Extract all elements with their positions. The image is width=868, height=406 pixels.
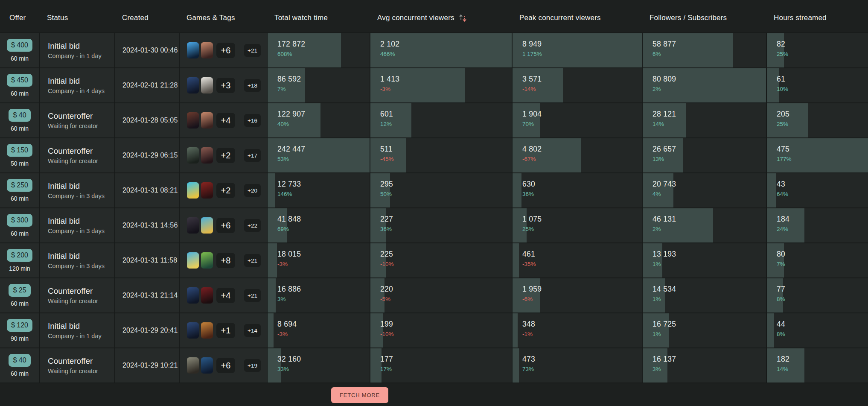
table-row[interactable]: $ 25 60 min Counteroffer Waiting for cre…	[0, 278, 868, 313]
column-header-status[interactable]: Status	[39, 14, 114, 22]
status-label: Counteroffer	[48, 356, 114, 366]
tags-overflow-badge[interactable]: +21	[244, 289, 261, 302]
game-cover-thumbnail[interactable]	[187, 322, 199, 339]
game-cover-thumbnail[interactable]	[201, 287, 213, 304]
game-cover-thumbnail[interactable]	[187, 42, 199, 58]
game-cover-thumbnail[interactable]	[187, 357, 199, 374]
table-row[interactable]: $ 250 60 min Initial bid Company - in 3 …	[0, 173, 868, 208]
game-cover-thumbnail[interactable]	[201, 217, 213, 234]
metric-value: 1 075	[522, 215, 642, 224]
hours-streamed-cell: 82 25%	[766, 33, 868, 67]
table-header: Offer Status Created Games & Tags Total …	[0, 0, 868, 33]
game-cover-thumbnail[interactable]	[201, 252, 213, 269]
created-cell: 2024-01-31 21:14	[114, 278, 179, 313]
metric-value: 348	[522, 320, 642, 329]
tags-overflow-badge[interactable]: +21	[244, 254, 261, 267]
games-overflow-badge[interactable]: +4	[216, 288, 235, 303]
table-row[interactable]: $ 40 60 min Counteroffer Waiting for cre…	[0, 103, 868, 138]
games-overflow-badge[interactable]: +1	[216, 323, 235, 338]
metric-percent: 24%	[777, 226, 868, 232]
table-row[interactable]: $ 450 60 min Initial bid Company - in 4 …	[0, 68, 868, 103]
games-overflow-badge[interactable]: +2	[216, 183, 235, 198]
games-overflow-badge[interactable]: +3	[216, 78, 235, 93]
column-header-avg-concurrent-viewers[interactable]: Avg concurrent viewers	[370, 13, 512, 23]
offer-duration: 50 min	[11, 160, 29, 167]
followers-subscribers-cell: 13 193 1%	[642, 243, 766, 277]
metric-value: 461	[522, 250, 642, 259]
metric-value: 473	[522, 355, 642, 364]
table-row[interactable]: $ 200 120 min Initial bid Company - in 3…	[0, 243, 868, 278]
tags-overflow-badge[interactable]: +22	[244, 219, 261, 232]
metric-percent: -35%	[522, 261, 642, 267]
metric-percent: 608%	[277, 51, 370, 57]
game-cover-thumbnail[interactable]	[201, 182, 213, 199]
game-cover-thumbnail[interactable]	[187, 287, 199, 304]
games-tags-cell: +6 +19	[179, 348, 267, 383]
column-header-total-watch-time[interactable]: Total watch time	[267, 14, 370, 22]
table-row[interactable]: $ 150 50 min Counteroffer Waiting for cr…	[0, 138, 868, 173]
column-header-offer[interactable]: Offer	[0, 14, 39, 22]
column-header-games-tags[interactable]: Games & Tags	[179, 14, 267, 22]
offer-duration: 60 min	[11, 125, 29, 132]
column-header-label: Avg concurrent viewers	[377, 14, 454, 22]
followers-subscribers-cell: 26 657 13%	[642, 138, 766, 172]
sort-desc-icon[interactable]	[458, 13, 467, 23]
metric-value: 43	[777, 180, 868, 189]
avg-concurrent-viewers-cell: 227 36%	[370, 208, 512, 242]
game-cover-thumbnail[interactable]	[187, 217, 199, 234]
metric-percent: 7%	[277, 86, 370, 92]
tags-overflow-badge[interactable]: +18	[244, 79, 261, 92]
tags-overflow-badge[interactable]: +20	[244, 184, 261, 197]
tags-overflow-badge[interactable]: +19	[244, 359, 261, 372]
game-cover-thumbnail[interactable]	[187, 147, 199, 164]
games-overflow-badge[interactable]: +4	[216, 113, 235, 128]
table-row[interactable]: $ 120 90 min Initial bid Company - in 1 …	[0, 313, 868, 348]
column-header-created[interactable]: Created	[114, 14, 179, 22]
games-overflow-badge[interactable]: +2	[216, 148, 235, 163]
games-overflow-badge[interactable]: +6	[216, 358, 235, 373]
fetch-more-button[interactable]: FETCH MORE	[331, 387, 388, 403]
metric-percent: 1%	[652, 331, 766, 337]
game-cover-thumbnail[interactable]	[187, 77, 199, 93]
game-cover-thumbnail[interactable]	[201, 357, 213, 374]
metric-value: 18 015	[277, 250, 370, 259]
metric-percent: 70%	[522, 121, 642, 127]
metric-value: 242 447	[277, 145, 370, 154]
metric-value: 220	[380, 285, 512, 294]
tags-overflow-badge[interactable]: +16	[244, 114, 261, 127]
games-overflow-badge[interactable]: +8	[216, 253, 235, 268]
table-body: $ 400 60 min Initial bid Company - in 1 …	[0, 33, 868, 383]
games-tags-cell: +6 +21	[179, 33, 267, 67]
avg-concurrent-viewers-cell: 1 413 -3%	[370, 68, 512, 102]
game-cover-thumbnail[interactable]	[201, 322, 213, 339]
column-header-peak-concurrent-viewers[interactable]: Peak concurrent viewers	[512, 14, 642, 22]
game-cover-thumbnail[interactable]	[201, 42, 213, 58]
game-cover-thumbnail[interactable]	[187, 112, 199, 129]
table-row[interactable]: $ 400 60 min Initial bid Company - in 1 …	[0, 33, 868, 68]
game-cover-thumbnail[interactable]	[187, 252, 199, 269]
metric-value: 82	[777, 40, 868, 49]
table-row[interactable]: $ 40 60 min Counteroffer Waiting for cre…	[0, 348, 868, 383]
metric-percent: 7%	[777, 261, 868, 267]
column-header-hours-streamed[interactable]: Hours streamed	[766, 14, 868, 22]
games-overflow-badge[interactable]: +6	[216, 43, 235, 58]
offer-price-badge: $ 40	[9, 109, 30, 122]
tags-overflow-badge[interactable]: +17	[244, 149, 261, 162]
followers-subscribers-cell: 46 131 2%	[642, 208, 766, 242]
status-sub-label: Waiting for creator	[48, 368, 114, 374]
games-overflow-badge[interactable]: +6	[216, 218, 235, 233]
metric-value: 1 904	[522, 110, 642, 119]
tags-overflow-badge[interactable]: +14	[244, 324, 261, 337]
metric-value: 182	[777, 355, 868, 364]
column-header-followers-subscribers[interactable]: Followers / Subscribers	[642, 14, 766, 22]
game-cover-thumbnail[interactable]	[201, 112, 213, 129]
metric-value: 511	[380, 145, 512, 154]
game-cover-thumbnail[interactable]	[187, 182, 199, 199]
game-cover-thumbnail[interactable]	[201, 77, 213, 93]
games-tags-cell: +6 +22	[179, 208, 267, 242]
game-cover-thumbnail[interactable]	[201, 147, 213, 164]
total-watch-time-cell: 18 015 -3%	[267, 243, 370, 277]
table-row[interactable]: $ 300 60 min Initial bid Company - in 3 …	[0, 208, 868, 243]
metric-percent: 12%	[380, 121, 512, 127]
tags-overflow-badge[interactable]: +21	[244, 44, 261, 57]
